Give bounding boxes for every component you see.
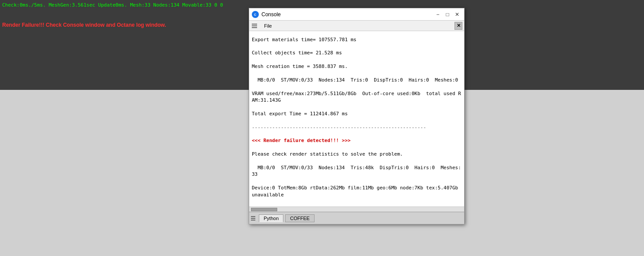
console-titlebar: C Console − □ ✕ xyxy=(249,8,464,21)
console-menubar: File ✕ xyxy=(249,21,464,31)
console-title: Console xyxy=(261,11,281,18)
console-line-21: Collect objects time= 21.528 ms xyxy=(252,50,462,56)
console-content-area[interactable]: Octane Render for Cinema 4D 3.07-R1 buil… xyxy=(249,31,464,206)
console-tabs: Python COFFEE xyxy=(249,212,464,224)
menu-close-button[interactable]: ✕ xyxy=(454,22,462,30)
console-line-23: MB:0/0 ST/MOV:0/33 Nodes:134 Tris:0 Disp… xyxy=(252,77,462,83)
horizontal-scrollbar[interactable] xyxy=(249,206,464,212)
console-line-27: <<< Render failure detected!!! >>> xyxy=(252,137,462,144)
close-button[interactable]: ✕ xyxy=(453,11,462,18)
console-line-29: MB:0/0 ST/MOV:0/33 Nodes:134 Tris:48k Di… xyxy=(252,164,462,178)
hscroll-thumb[interactable] xyxy=(251,208,277,211)
console-app-icon: C xyxy=(252,11,259,18)
tab-grip-icon xyxy=(251,216,255,220)
console-line-25: Total export Time = 112414.867 ms xyxy=(252,110,462,117)
console-line-22: Mesh creation time = 3588.837 ms. xyxy=(252,63,462,70)
console-window: C Console − □ ✕ File ✕ Octane Render for… xyxy=(249,8,465,224)
console-line-20: Export materials time= 107557.781 ms xyxy=(252,36,462,43)
console-line-28: Please check render statistics to solve … xyxy=(252,151,462,157)
console-line-26: ----------------------------------------… xyxy=(252,124,462,131)
python-tab[interactable]: Python xyxy=(259,214,283,222)
minimize-button[interactable]: − xyxy=(433,11,442,18)
svg-text:C: C xyxy=(254,13,256,16)
titlebar-buttons: − □ ✕ xyxy=(433,11,462,18)
console-line-30: Device:0 TotMem:8Gb rtData:262Mb film:11… xyxy=(252,185,462,198)
console-title-left: C Console xyxy=(252,11,281,18)
maximize-button[interactable]: □ xyxy=(443,11,452,18)
render-failure-text: Render Failure!!! Check Console window a… xyxy=(2,22,166,28)
file-menu[interactable]: File xyxy=(261,23,275,29)
menu-grip-icon xyxy=(251,23,258,29)
status-bar: Check:0ms./5ms. MeshGen:3.561sec Update0… xyxy=(2,2,223,8)
console-line-24: VRAM used/free/max:273Mb/5.511Gb/8Gb Out… xyxy=(252,90,462,104)
coffee-tab[interactable]: COFFEE xyxy=(285,214,315,222)
